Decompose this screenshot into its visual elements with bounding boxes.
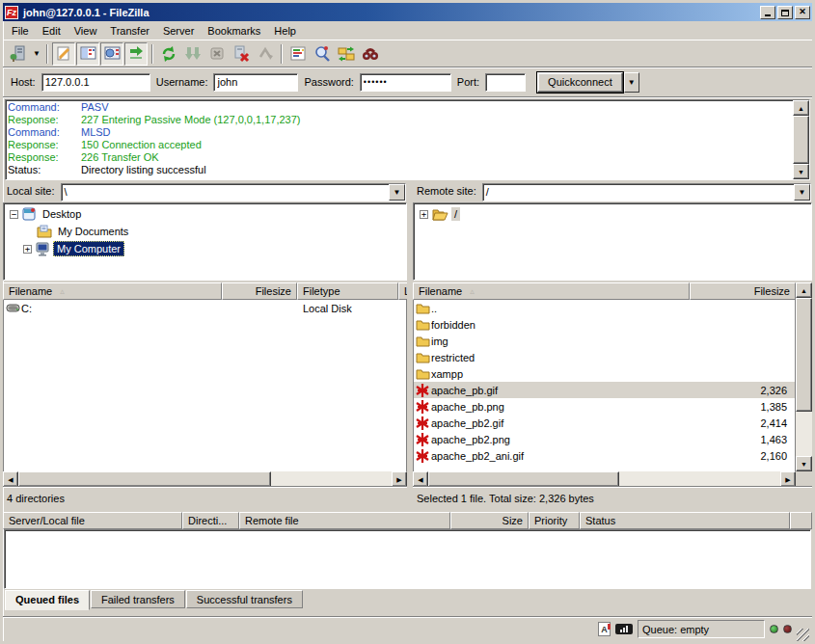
scroll-up-icon[interactable]: ▲ — [793, 100, 809, 116]
column-header-status[interactable]: Status — [580, 512, 790, 529]
local-site-label: Local site: — [3, 182, 61, 202]
cancel-button[interactable] — [205, 42, 229, 66]
sync-browsing-button[interactable] — [335, 42, 358, 66]
title-bar[interactable]: Fz john@127.0.0.1 - FileZilla ✕ — [3, 3, 812, 21]
scroll-thumb[interactable] — [796, 298, 812, 412]
column-header-filetype[interactable]: Filetype — [297, 282, 398, 300]
menu-transfer[interactable]: Transfer — [103, 23, 156, 39]
tree-item-desktop[interactable]: − Desktop — [4, 205, 406, 223]
scroll-left-icon[interactable]: ◀ — [413, 471, 428, 487]
tab-queued-files[interactable]: Queued files — [5, 590, 90, 610]
column-header-direction[interactable]: Directi... — [182, 512, 239, 529]
quickconnect-bar: Host: Username: Password: Port: Quickcon… — [3, 67, 812, 97]
quickconnect-dropdown[interactable]: ▼ — [624, 72, 639, 93]
expand-icon[interactable]: + — [420, 210, 428, 219]
collapse-icon[interactable]: − — [10, 210, 18, 219]
filter-button[interactable] — [286, 42, 310, 66]
tree-item-my-computer[interactable]: + My Computer — [4, 240, 406, 257]
tree-item-root[interactable]: + / — [414, 205, 811, 223]
file-row[interactable]: apache_pb2.png 1,463 — [414, 431, 795, 447]
scroll-down-icon[interactable]: ▼ — [796, 456, 812, 471]
chevron-down-icon[interactable]: ▼ — [794, 184, 810, 201]
process-queue-button[interactable] — [181, 42, 204, 66]
local-hscrollbar[interactable]: ◀ ▶ — [3, 471, 407, 487]
password-input[interactable] — [360, 73, 451, 92]
find-button[interactable] — [359, 42, 382, 66]
column-header-size[interactable]: Size — [450, 512, 529, 529]
desktop-icon — [22, 207, 37, 222]
column-header-filesize[interactable]: Filesize — [690, 282, 796, 300]
toggle-queue-button[interactable] — [124, 42, 148, 66]
tab-failed-transfers[interactable]: Failed transfers — [91, 590, 185, 608]
menu-view[interactable]: View — [68, 23, 104, 39]
file-row-selected[interactable]: apache_pb.gif 2,326 — [414, 382, 795, 398]
tab-successful-transfers[interactable]: Successful transfers — [186, 590, 303, 608]
folder-row[interactable]: forbidden — [414, 316, 795, 333]
refresh-button[interactable] — [157, 42, 180, 66]
host-input[interactable] — [41, 73, 150, 92]
resize-grip[interactable] — [797, 629, 809, 641]
scroll-down-icon[interactable]: ▼ — [793, 164, 809, 179]
folder-row[interactable]: .. — [414, 300, 795, 316]
remote-tree: + / — [413, 202, 812, 281]
remote-site-combo[interactable]: / ▼ — [482, 183, 811, 201]
column-header-filename[interactable]: Filename▵ — [3, 282, 222, 300]
chevron-down-icon[interactable]: ▼ — [389, 184, 405, 201]
port-input[interactable] — [485, 73, 526, 92]
remote-vscrollbar[interactable]: ▲ ▼ — [796, 282, 812, 471]
scroll-thumb[interactable] — [793, 116, 809, 164]
column-header-filesize[interactable]: Filesize — [222, 282, 297, 300]
column-header-lastmodified[interactable]: L — [398, 282, 407, 300]
expand-icon[interactable]: + — [23, 245, 32, 254]
reconnect-button[interactable] — [254, 42, 277, 66]
scroll-right-icon[interactable]: ▶ — [392, 471, 407, 487]
cancel-icon — [209, 45, 226, 62]
toggle-log-button[interactable] — [52, 42, 75, 66]
username-input[interactable] — [213, 73, 298, 92]
menu-server[interactable]: Server — [156, 23, 201, 39]
column-header-priority[interactable]: Priority — [529, 512, 580, 529]
remote-file-list: .. forbidden img — [413, 300, 796, 471]
site-manager-dropdown[interactable]: ▼ — [31, 42, 42, 66]
maximize-button[interactable] — [777, 6, 793, 19]
scroll-right-icon[interactable]: ▶ — [780, 471, 796, 487]
password-label: Password: — [304, 76, 353, 88]
folder-row[interactable]: restricted — [414, 349, 795, 365]
compare-button[interactable] — [311, 42, 334, 66]
image-file-icon — [414, 433, 431, 446]
scroll-up-icon[interactable]: ▲ — [796, 282, 812, 298]
quickconnect-button[interactable]: Quickconnect — [537, 72, 623, 93]
folder-row[interactable]: xampp — [414, 365, 795, 382]
file-row[interactable]: apache_pb2_ani.gif 2,160 — [414, 447, 795, 464]
tree-item-my-documents[interactable]: My Documents — [4, 223, 406, 240]
image-file-icon — [414, 384, 431, 397]
scroll-thumb[interactable] — [428, 471, 619, 487]
column-header-server-local-file[interactable]: Server/Local file — [3, 512, 182, 529]
folder-row[interactable]: img — [414, 333, 795, 349]
scroll-left-icon[interactable]: ◀ — [3, 471, 18, 487]
minimize-button[interactable] — [760, 6, 775, 19]
scroll-thumb[interactable] — [18, 471, 271, 487]
file-row[interactable]: apache_pb2.gif 2,414 — [414, 415, 795, 431]
file-row-c-drive[interactable]: C: Local Disk — [4, 300, 406, 316]
toggle-remote-tree-button[interactable] — [100, 42, 123, 66]
local-site-combo[interactable]: \ ▼ — [61, 183, 406, 201]
toggle-local-tree-button[interactable] — [76, 42, 99, 66]
column-header-remote-file[interactable]: Remote file — [239, 512, 450, 529]
column-header-filename[interactable]: Filename▵ — [413, 282, 690, 300]
disconnect-button[interactable] — [230, 42, 253, 66]
close-button[interactable]: ✕ — [795, 6, 810, 19]
menu-edit[interactable]: Edit — [36, 23, 68, 39]
menu-file[interactable]: File — [5, 23, 36, 39]
menu-help[interactable]: Help — [267, 23, 303, 39]
speed-limit-icon[interactable] — [615, 624, 633, 634]
file-row[interactable]: apache_pb.png 1,385 — [414, 398, 795, 415]
local-pane: Local site: \ ▼ − Desktop — [3, 182, 407, 508]
file-name: C: — [21, 303, 223, 314]
site-manager-button[interactable] — [7, 42, 30, 66]
log-line: Status:Directory listing successful — [8, 164, 791, 176]
menu-bookmarks[interactable]: Bookmarks — [201, 23, 267, 39]
log-line: Response:150 Connection accepted — [8, 139, 791, 151]
remote-hscrollbar[interactable]: ◀ ▶ — [413, 471, 796, 487]
log-scrollbar[interactable]: ▲ ▼ — [793, 100, 809, 179]
